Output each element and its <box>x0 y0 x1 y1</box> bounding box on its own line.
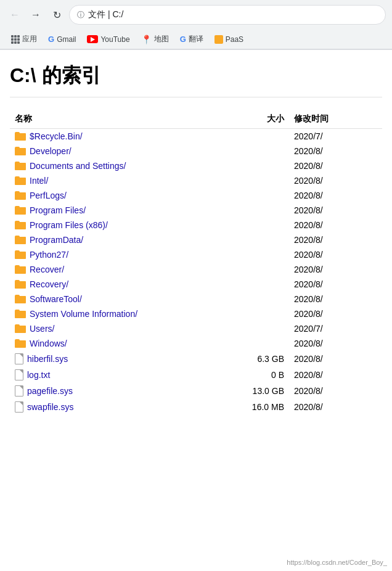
folder-link[interactable]: Python27/ <box>15 250 228 260</box>
folder-size <box>233 277 289 292</box>
folder-icon <box>15 206 26 215</box>
folder-date: 2020/8/ <box>289 247 382 262</box>
folder-icon <box>15 339 26 348</box>
address-text: 文件 | C:/ <box>88 9 123 20</box>
folder-icon <box>15 162 26 170</box>
folder-icon <box>15 310 26 318</box>
folder-link[interactable]: Users/ <box>15 324 228 334</box>
bookmark-gmail[interactable]: G Gmail <box>43 33 81 46</box>
folder-date: 2020/8/ <box>289 306 382 321</box>
table-row: ProgramData/ 2020/8/ <box>10 232 382 247</box>
folder-link[interactable]: Program Files (x86)/ <box>15 220 228 230</box>
folder-link[interactable]: PerfLogs/ <box>15 191 228 200</box>
folder-date: 2020/8/ <box>289 173 382 188</box>
table-row: $Recycle.Bin/ 2020/7/ <box>10 129 382 144</box>
table-row: PerfLogs/ 2020/8/ <box>10 188 382 203</box>
folder-link[interactable]: Intel/ <box>15 176 228 186</box>
folder-icon <box>15 176 26 185</box>
google-icon: G <box>48 35 54 44</box>
folder-name: Python27/ <box>30 250 68 260</box>
folder-link[interactable]: Recovery/ <box>15 279 228 289</box>
table-row: swapfile.sys 16.0 MB 2020/8/ <box>10 399 382 415</box>
folder-name: SoftwareTool/ <box>30 294 82 304</box>
folder-link[interactable]: Documents and Settings/ <box>15 161 228 171</box>
folder-size <box>233 321 289 336</box>
bookmark-maps[interactable]: 📍 地图 <box>136 32 174 46</box>
bookmark-gmail-label: Gmail <box>57 35 76 44</box>
file-icon <box>15 369 23 380</box>
file-link[interactable]: swapfile.sys <box>15 401 228 413</box>
folder-name: Documents and Settings/ <box>30 161 126 171</box>
folder-icon <box>15 147 26 155</box>
file-name: pagefile.sys <box>27 386 73 396</box>
bookmark-apps[interactable]: 应用 <box>6 32 42 46</box>
folder-link[interactable]: $Recycle.Bin/ <box>15 131 228 141</box>
table-row: Program Files/ 2020/8/ <box>10 203 382 218</box>
bookmark-translate-label: 翻译 <box>189 34 203 44</box>
folder-link[interactable]: SoftwareTool/ <box>15 294 228 304</box>
folder-name: Users/ <box>30 324 54 334</box>
folder-link[interactable]: Program Files/ <box>15 205 228 215</box>
folder-icon <box>15 132 26 141</box>
file-name: log.txt <box>27 370 50 380</box>
refresh-button[interactable]: ↻ <box>48 6 65 23</box>
folder-size <box>233 158 289 173</box>
bookmarks-bar: 应用 G Gmail YouTube 📍 地图 G 翻译 PaaS <box>0 30 392 49</box>
address-bar[interactable]: ⓘ 文件 | C:/ <box>69 5 386 25</box>
page-content: C:\ 的索引 名称 大小 修改时间 $Recycle.Bin/ 2020/7/… <box>0 50 392 427</box>
file-link[interactable]: pagefile.sys <box>15 385 228 396</box>
table-row: Program Files (x86)/ 2020/8/ <box>10 218 382 232</box>
table-row: log.txt 0 B 2020/8/ <box>10 367 382 383</box>
file-date: 2020/8/ <box>289 351 382 367</box>
bookmark-apps-label: 应用 <box>22 34 37 44</box>
file-link[interactable]: hiberfil.sys <box>15 353 228 364</box>
forward-button[interactable]: → <box>27 6 44 23</box>
table-row: hiberfil.sys 6.3 GB 2020/8/ <box>10 351 382 367</box>
folder-link[interactable]: Recover/ <box>15 265 228 274</box>
folder-size <box>233 188 289 203</box>
youtube-icon <box>87 35 98 43</box>
folder-icon <box>15 265 26 274</box>
folder-icon <box>15 191 26 200</box>
folder-name: $Recycle.Bin/ <box>30 131 83 141</box>
col-header-name: 名称 <box>10 110 233 129</box>
file-date: 2020/8/ <box>289 399 382 415</box>
folder-name: System Volume Information/ <box>30 309 137 319</box>
folder-name: Developer/ <box>30 146 71 156</box>
folder-icon <box>15 295 26 303</box>
file-link[interactable]: log.txt <box>15 369 228 380</box>
folder-name: Program Files/ <box>30 205 86 215</box>
back-button[interactable]: ← <box>6 6 23 23</box>
folder-size <box>233 144 289 158</box>
folder-name: Program Files (x86)/ <box>30 220 108 230</box>
folder-link[interactable]: ProgramData/ <box>15 235 228 245</box>
folder-icon <box>15 236 26 244</box>
bookmark-translate[interactable]: G 翻译 <box>175 32 208 46</box>
bookmark-paas[interactable]: PaaS <box>210 33 248 46</box>
file-date: 2020/8/ <box>289 383 382 399</box>
table-row: pagefile.sys 13.0 GB 2020/8/ <box>10 383 382 399</box>
apps-icon <box>11 35 20 44</box>
table-row: System Volume Information/ 2020/8/ <box>10 306 382 321</box>
table-row: Documents and Settings/ 2020/8/ <box>10 158 382 173</box>
folder-size <box>233 247 289 262</box>
bookmark-paas-label: PaaS <box>226 35 243 44</box>
file-size: 13.0 GB <box>233 383 289 399</box>
table-row: SoftwareTool/ 2020/8/ <box>10 292 382 306</box>
file-name: swapfile.sys <box>27 402 73 412</box>
col-header-size: 大小 <box>233 110 289 129</box>
folder-size <box>233 262 289 277</box>
file-size: 6.3 GB <box>233 351 289 367</box>
folder-link[interactable]: Windows/ <box>15 339 228 348</box>
folder-date: 2020/8/ <box>289 336 382 351</box>
folder-date: 2020/8/ <box>289 218 382 232</box>
folder-icon <box>15 324 26 333</box>
folder-link[interactable]: System Volume Information/ <box>15 309 228 319</box>
folder-link[interactable]: Developer/ <box>15 146 228 156</box>
file-name: hiberfil.sys <box>27 354 68 364</box>
folder-icon <box>15 280 26 289</box>
browser-chrome: ← → ↻ ⓘ 文件 | C:/ 应用 G Gmail YouTube 📍 地图 <box>0 0 392 50</box>
bookmark-youtube[interactable]: YouTube <box>82 33 134 46</box>
folder-size <box>233 129 289 144</box>
folder-name: Intel/ <box>30 176 48 186</box>
